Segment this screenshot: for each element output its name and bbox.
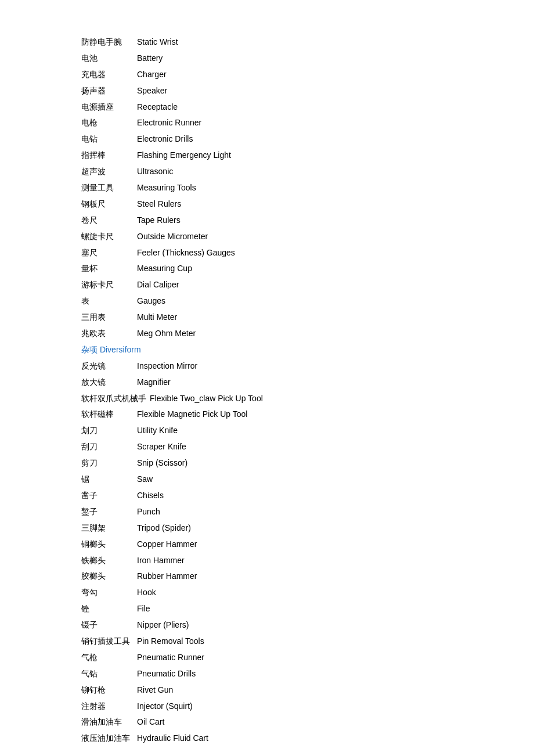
english-label: Nipper (Pliers) [137,618,189,633]
list-item: 扬声器Speaker [81,84,453,99]
english-label: Utility Knife [137,423,178,438]
english-label: Rubber Hammer [137,569,197,584]
english-label: Iron Hammer [137,553,185,568]
list-item: 铆钉枪Rivet Gun [81,683,453,698]
chinese-label: 镊子 [81,618,134,633]
chinese-label: 游标卡尺 [81,278,134,293]
list-item: 塞尺Feeler (Thickness) Gauges [81,246,453,261]
chinese-label: 电钻 [81,132,134,147]
chinese-label: 注射器 [81,699,134,714]
list-item: 表Gauges [81,294,453,309]
list-item: 錾子Punch [81,505,453,520]
main-list: 防静电手腕Static Wrist电池Battery充电器Charger扬声器S… [81,35,453,746]
chinese-label: 气钻 [81,667,134,682]
english-label: Copper Hammer [137,537,197,552]
english-label: Feeler (Thickness) Gauges [137,246,235,261]
english-label: Hook [137,585,156,600]
chinese-label: 钢板尺 [81,197,134,212]
english-label: Pin Removal Tools [137,634,204,649]
english-label: Snip (Scissor) [137,456,187,471]
english-label: Injector (Squirt) [137,699,193,714]
chinese-label: 刮刀 [81,440,134,455]
list-item: 电枪Electronic Runner [81,116,453,131]
list-item: 电钻Electronic Drills [81,132,453,147]
list-item: 气钻Pneumatic Drills [81,667,453,682]
chinese-label: 弯勾 [81,585,134,600]
chinese-label: 锉 [81,602,134,617]
english-label: Chisels [137,488,164,503]
list-item: 锯Saw [81,472,453,487]
english-label: Electronic Runner [137,116,201,131]
english-label: Speaker [137,84,167,99]
list-item: 锉File [81,602,453,617]
list-item: 卷尺Tape Rulers [81,213,453,228]
chinese-label: 反光镜 [81,359,134,374]
list-item: 兆欧表Meg Ohm Meter [81,326,453,341]
english-label: Static Wrist [137,35,178,50]
list-item: 电池Battery [81,51,453,66]
chinese-label: 铆钉枪 [81,683,134,698]
english-label: Hydraulic Fluid Cart [137,731,208,746]
english-label: Outside Micrometer [137,229,208,244]
chinese-label: 充电器 [81,67,134,82]
chinese-label: 塞尺 [81,246,134,261]
english-label: Multi Meter [137,310,177,325]
chinese-label: 三用表 [81,310,134,325]
english-label: Electronic Drills [137,132,193,147]
list-item: 剪刀Snip (Scissor) [81,456,453,471]
list-item: 放大镜Magnifier [81,375,453,390]
chinese-label: 软杆磁棒 [81,407,134,422]
english-label: Tape Rulers [137,213,181,228]
english-label: Flexible Two_claw Pick Up Tool [150,391,263,406]
english-label: Measuring Cup [137,261,192,276]
chinese-label: 三脚架 [81,521,134,536]
list-item: 软杆磁棒Flexible Magnetic Pick Up Tool [81,407,453,422]
list-item: 滑油加油车Oil Cart [81,715,453,730]
english-label: Dial Caliper [137,278,179,293]
chinese-label: 量杯 [81,261,134,276]
list-item: 指挥棒Flashing Emergency Light [81,148,453,163]
chinese-label: 扬声器 [81,84,134,99]
section-header: 杂项 Diversiform [81,343,141,358]
chinese-label: 胶榔头 [81,569,134,584]
list-item: 镊子Nipper (Pliers) [81,618,453,633]
chinese-label: 铜榔头 [81,537,134,552]
english-label: Meg Ohm Meter [137,326,196,341]
list-item: 气枪Pneumatic Runner [81,650,453,665]
list-item: 游标卡尺Dial Caliper [81,278,453,293]
list-item: 充电器Charger [81,67,453,82]
english-label: Battery [137,51,163,66]
chinese-label: 放大镜 [81,375,134,390]
english-label: Flashing Emergency Light [137,148,231,163]
chinese-label: 液压油加油车 [81,731,134,746]
english-label: Tripod (Spider) [137,521,191,536]
chinese-label: 剪刀 [81,456,134,471]
list-item: 液压油加油车Hydraulic Fluid Cart [81,731,453,746]
chinese-label: 销钉插拔工具 [81,634,134,649]
list-item: 防静电手腕Static Wrist [81,35,453,50]
chinese-label: 测量工具 [81,181,134,196]
list-item: 三用表Multi Meter [81,310,453,325]
chinese-label: 气枪 [81,650,134,665]
list-item: 测量工具Measuring Tools [81,181,453,196]
list-item: 划刀Utility Knife [81,423,453,438]
list-item: 铁榔头Iron Hammer [81,553,453,568]
list-item: 凿子Chisels [81,488,453,503]
english-label: Pneumatic Runner [137,650,204,665]
english-label: Steel Rulers [137,197,181,212]
chinese-label: 电源插座 [81,100,134,115]
chinese-label: 滑油加油车 [81,715,134,730]
list-item: 销钉插拔工具Pin Removal Tools [81,634,453,649]
english-label: Saw [137,472,153,487]
english-label: Inspection Mirror [137,359,197,374]
list-item: 杂项 Diversiform [81,343,453,358]
english-label: File [137,602,150,617]
chinese-label: 铁榔头 [81,553,134,568]
english-label: Flexible Magnetic Pick Up Tool [137,407,247,422]
english-label: Scraper Knife [137,440,186,455]
english-label: Ultrasonic [137,164,173,179]
english-label: Pneumatic Drills [137,667,196,682]
chinese-label: 电池 [81,51,134,66]
list-item: 反光镜Inspection Mirror [81,359,453,374]
list-item: 注射器Injector (Squirt) [81,699,453,714]
